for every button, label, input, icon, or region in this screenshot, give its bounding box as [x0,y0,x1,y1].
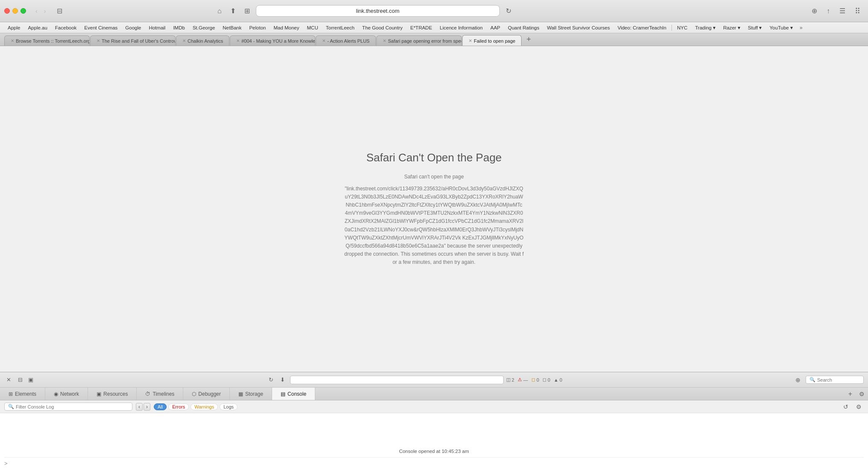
sidebar-item-torrentleech[interactable]: TorrentLeech [323,24,358,31]
devtools-tab-console[interactable]: ▤ Console [272,388,315,400]
debugger-icon: ⬡ [192,391,196,397]
devtools-undock-button[interactable]: ⊟ [16,376,25,384]
new-tab-view-button[interactable]: ⊞ [242,6,252,16]
sidebar-item-cramer[interactable]: Video: CramerTeachIn [614,24,670,31]
sidebar-item-peloton[interactable]: Peloton [246,24,269,31]
sidebar-item-nyc[interactable]: NYC [674,24,691,31]
console-prompt-input[interactable] [10,461,864,467]
grid-view-button[interactable]: ⠿ [851,5,864,17]
network-icon: ◉ [54,391,58,397]
sidebar-item-apple-au[interactable]: Apple.au [24,24,50,31]
sidebar-item-imdb[interactable]: IMDb [170,24,188,31]
tab-close-icon[interactable]: ✕ [469,38,472,43]
filter-pill-errors[interactable]: Errors [168,403,189,410]
sidebar-item-event-cinemas[interactable]: Event Cinemas [81,24,121,31]
home-button[interactable]: ⌂ [215,6,224,16]
sidebar-toggle-button[interactable]: ⊟ [53,6,66,16]
sidebar-item-etrade[interactable]: E*TRADE [407,24,435,31]
tab-close-icon[interactable]: ✕ [236,38,240,43]
close-button[interactable] [4,8,10,14]
sidebar-item-aap[interactable]: AAP [487,24,504,31]
devtools-search-input[interactable] [817,377,860,382]
console-prompt: > [4,457,864,467]
tab-uber[interactable]: ✕ The Rise and Fall of Uber's Controvers… [90,35,176,46]
devtools-tab-debugger[interactable]: ⬡ Debugger [183,388,230,400]
sidebar-item-apple[interactable]: Apple [4,24,23,31]
tab-004[interactable]: ✕ #004 - Making YOU a More Knowledgeabl.… [230,35,315,46]
tab-torrentleech[interactable]: ✕ Browse Torrents :: TorrentLeech.org [4,35,90,46]
devtools-locator-button[interactable]: ⊕ [793,376,803,384]
reload-button[interactable]: ↻ [503,6,514,16]
tab-close-icon[interactable]: ✕ [97,38,100,43]
tab-label: Browse Torrents :: TorrentLeech.org [16,38,90,44]
tab-failed-open[interactable]: ✕ Failed to open page [462,35,522,46]
content-area: Safari Can't Open the Page Safari can't … [0,46,868,470]
devtools-reload-button[interactable]: ↻ [266,376,276,384]
sidebar-item-youtube[interactable]: YouTube ▾ [766,24,796,32]
devtools-tab-timelines[interactable]: ⏱ Timelines [137,388,183,400]
minimize-button[interactable] [12,8,18,14]
address-bar[interactable] [256,5,500,17]
tab-close-icon[interactable]: ✕ [182,38,186,43]
tab-close-icon[interactable]: ✕ [11,38,14,43]
console-clear-button[interactable]: ↺ [841,403,850,411]
devtools-tab-resources[interactable]: ▣ Resources [88,388,137,400]
filter-input-group: 🔍 [4,403,132,411]
devtools-logs-b-badge: ▲ 0 [554,377,562,382]
sidebar-item-stgeorge[interactable]: St.George [189,24,218,31]
sidebar-item-licence[interactable]: Licence Information [437,24,486,31]
error-subtitle: Safari can't open the page [344,173,524,181]
sidebar-item-mcu[interactable]: MCU [304,24,322,31]
back-button[interactable]: ‹ [33,6,40,16]
filter-pill-warnings[interactable]: Warnings [191,403,218,410]
devtools-url-bar[interactable] [290,376,504,384]
sidebar-item-hotmail[interactable]: Hotmail [145,24,169,31]
tab-chalkin[interactable]: ✕ Chalkin Analytics [176,35,229,46]
reading-list-button[interactable]: ☰ [836,6,849,16]
tab-close-icon[interactable]: ✕ [322,38,326,43]
requests-count: 2 [512,377,514,382]
devtools-tab-network[interactable]: ◉ Network [45,388,88,400]
filter-nav: ‹ › [136,403,150,411]
sidebar-item-facebook[interactable]: Facebook [52,24,80,31]
devtools-errors-badge: ⚠ — [518,377,528,382]
favorites-more-button[interactable]: » [797,24,805,32]
new-tab-button[interactable]: + [524,35,534,44]
devtools-add-tab-button[interactable]: + [845,390,856,398]
devtools-dock-side-button[interactable]: ▣ [26,376,35,384]
logs-a-count: 0 [548,377,550,382]
tab-close-icon[interactable]: ✕ [383,38,386,43]
devtools-tab-elements[interactable]: ⊞ Elements [0,388,45,400]
sidebar-item-netbank[interactable]: NetBank [219,24,245,31]
filter-prev-button[interactable]: ‹ [136,403,143,411]
share-page-button[interactable]: ↑ [823,6,833,16]
maximize-button[interactable] [21,8,26,14]
filter-pill-all[interactable]: All [154,403,167,410]
sidebar-item-razer[interactable]: Razer ▾ [720,24,744,32]
sidebar-item-stuff[interactable]: Stuff ▾ [745,24,765,32]
sidebar-item-google[interactable]: Google [122,24,144,31]
devtools-tab-storage[interactable]: ▦ Storage [230,388,272,400]
forward-button[interactable]: › [41,6,49,16]
devtools-settings-button[interactable]: ⚙ [856,391,868,397]
address-bar-container: ⌂ ⬆ ⊞ ↻ [215,5,514,17]
tab-safari-error[interactable]: ✕ Safari page opening error from specifi… [376,35,462,46]
console-settings-button[interactable]: ⚙ [854,403,864,411]
location-button[interactable]: ⊕ [808,6,821,16]
title-bar: ‹ › ⊟ ⌂ ⬆ ⊞ ↻ ⊕ ↑ ☰ ⠿ [0,0,868,22]
devtools-close-button[interactable]: ✕ [4,376,13,384]
sidebar-item-wss[interactable]: Wall Street Survivor Courses [544,24,613,31]
sidebar-item-quant[interactable]: Quant Ratings [504,24,543,31]
sidebar-item-good-country[interactable]: The Good Country [359,24,406,31]
errors-icon: ⚠ [518,377,522,382]
filter-next-button[interactable]: › [144,403,150,411]
filter-pill-logs[interactable]: Logs [220,403,238,410]
storage-tab-label: Storage [245,391,263,397]
devtools-download-button[interactable]: ⬇ [278,376,287,384]
share-button[interactable]: ⬆ [228,6,238,16]
tab-action-alerts[interactable]: ✕ - Action Alerts PLUS [316,35,376,46]
console-filter-input[interactable] [16,404,129,409]
sidebar-item-trading[interactable]: Trading ▾ [692,24,719,32]
sidebar-item-mad-money[interactable]: Mad Money [270,24,302,31]
storage-icon: ▦ [238,391,243,397]
